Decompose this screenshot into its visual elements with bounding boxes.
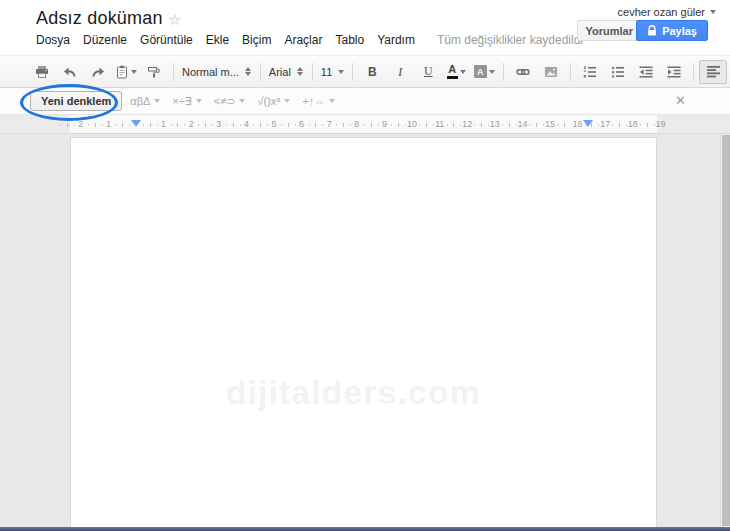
scrollbar-track[interactable] (720, 134, 730, 531)
scrollbar-thumb[interactable] (722, 135, 730, 526)
font-size-value: 11 (321, 66, 332, 78)
toolbar-separator (260, 63, 261, 81)
increase-indent-button[interactable] (660, 60, 688, 84)
ruler-tick (295, 124, 296, 126)
equation-symbol-group[interactable]: +↑⇔ (302, 95, 335, 107)
equation-symbol-group[interactable]: ×÷∃ (172, 95, 201, 108)
ruler-tick (240, 124, 241, 126)
ruler-tick (529, 124, 530, 126)
font-family-select[interactable]: Arial (266, 61, 307, 83)
italic-button[interactable]: I (386, 60, 414, 84)
ruler-tick (598, 124, 599, 126)
menu-item[interactable]: Ekle (206, 33, 229, 47)
left-indent-marker[interactable] (131, 120, 141, 127)
font-size-select[interactable]: 11 (318, 61, 347, 83)
text-color-button[interactable]: A (442, 60, 470, 84)
numbered-list-button[interactable] (576, 60, 604, 84)
share-button-label: Paylaş (662, 25, 697, 37)
ruler-tick (536, 123, 537, 127)
new-equation-button[interactable]: Yeni denklem (30, 91, 122, 111)
chevron-down-icon (460, 70, 466, 74)
close-icon[interactable]: ✕ (675, 93, 686, 108)
ruler-number: 1 (161, 119, 166, 129)
ruler-tick (626, 124, 627, 126)
equation-symbol-group-label: αβΔ (130, 95, 150, 107)
underline-button[interactable]: U (414, 60, 442, 84)
web-clipboard-button[interactable] (112, 60, 140, 84)
align-left-button[interactable] (699, 60, 727, 84)
ruler-tick (405, 124, 406, 126)
decrease-indent-button[interactable] (632, 60, 660, 84)
equation-symbol-group-label: √()xᵃ (257, 95, 280, 107)
paragraph-style-select[interactable]: Normal m... (179, 61, 255, 83)
toolbar-separator (312, 63, 313, 81)
numbered-list-icon (583, 65, 597, 79)
ruler-tick (115, 124, 116, 126)
print-icon (35, 65, 49, 79)
document-title[interactable]: Adsız doküman (36, 8, 163, 29)
insert-image-button[interactable] (537, 60, 565, 84)
menu-item[interactable]: Görüntüle (140, 33, 193, 47)
ruler-tick (447, 124, 448, 126)
menu-item[interactable]: Tablo (335, 33, 364, 47)
ruler-tick (419, 124, 420, 126)
insert-link-button[interactable] (509, 60, 537, 84)
redo-icon (91, 65, 105, 79)
ruler-tick (288, 123, 289, 127)
redo-button[interactable] (84, 60, 112, 84)
print-button[interactable] (28, 60, 56, 84)
ruler-tick (474, 124, 475, 126)
window-bottom-edge (0, 527, 730, 531)
equation-symbol-group[interactable]: αβΔ (130, 95, 160, 107)
menu-row: DosyaDüzenleGörüntüleEkleBiçimAraçlarTab… (36, 33, 583, 47)
ruler-number: 8 (354, 119, 359, 129)
save-status: Tüm değişiklikler kaydedildi (437, 33, 583, 47)
ruler-tick (88, 124, 89, 126)
ruler-tick (212, 124, 213, 126)
ruler-tick (612, 124, 613, 126)
undo-button[interactable] (56, 60, 84, 84)
account-name[interactable]: cevher ozan güler (618, 6, 705, 18)
font-family-value: Arial (269, 66, 291, 78)
ruler-tick (205, 123, 206, 127)
paragraph-style-value: Normal m... (182, 66, 239, 78)
ruler-number: 2 (78, 119, 83, 129)
ruler-tick (364, 124, 365, 126)
menu-item[interactable]: Biçim (242, 33, 271, 47)
ruler[interactable]: 2112345678910111213141516171819 (0, 115, 730, 134)
ruler-tick (226, 124, 227, 126)
highlight-color-button[interactable]: A (470, 60, 498, 84)
equation-symbol-group[interactable]: <≠⊃ (214, 95, 246, 108)
account-menu[interactable]: cevher ozan güler (618, 6, 716, 18)
ruler-tick (516, 124, 517, 126)
ruler-tick (150, 123, 151, 127)
ruler-number: 2 (189, 119, 194, 129)
menu-bar: DosyaDüzenleGörüntüleEkleBiçimAraçlarTab… (36, 33, 415, 47)
ruler-tick (322, 124, 323, 126)
updown-arrows-icon (245, 67, 252, 76)
menu-item[interactable]: Araçlar (284, 33, 322, 47)
equation-symbol-group[interactable]: √()xᵃ (257, 95, 290, 107)
ruler-tick (557, 124, 558, 126)
ruler-number: 16 (573, 119, 583, 129)
paint-format-button[interactable] (140, 60, 168, 84)
chevron-down-icon (196, 99, 202, 103)
bulleted-list-button[interactable] (604, 60, 632, 84)
share-button[interactable]: Paylaş (636, 20, 708, 41)
bold-button[interactable]: B (358, 60, 386, 84)
link-icon (516, 65, 530, 79)
menu-item[interactable]: Dosya (36, 33, 70, 47)
ruler-tick (591, 123, 592, 127)
document-page[interactable]: dijitalders.com (70, 137, 657, 531)
star-icon[interactable]: ☆ (168, 11, 181, 29)
ruler-tick (157, 124, 158, 126)
header: cevher ozan güler Adsız doküman ☆ DosyaD… (0, 0, 730, 55)
ruler-number: 7 (327, 119, 332, 129)
ruler-tick (343, 123, 344, 127)
ruler-tick (350, 124, 351, 126)
menu-item[interactable]: Düzenle (83, 33, 127, 47)
ruler-number: 11 (435, 119, 444, 129)
ruler-tick (378, 124, 379, 126)
equation-symbol-group-label: ×÷∃ (172, 95, 191, 108)
menu-item[interactable]: Yardım (377, 33, 415, 47)
